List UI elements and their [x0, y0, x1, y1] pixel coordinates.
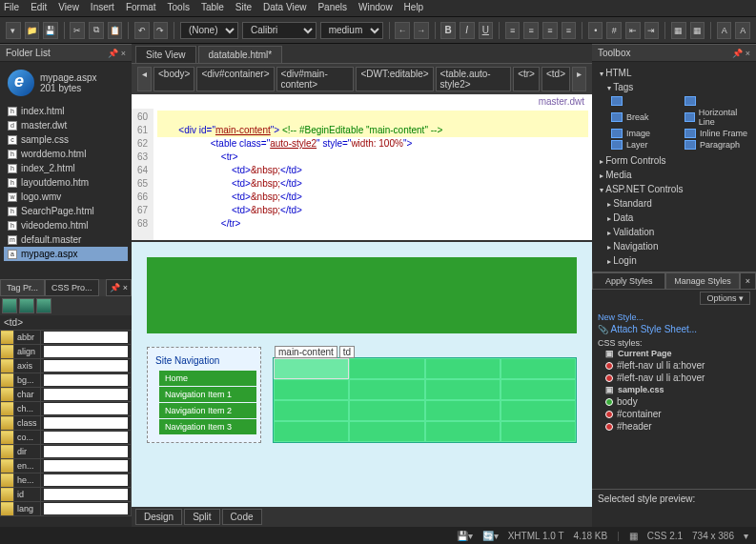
view-code-button[interactable]: Code [222, 509, 262, 525]
section-sample-css[interactable]: sample.css [598, 384, 750, 395]
prop-input[interactable] [44, 446, 128, 457]
underline-button[interactable]: U [479, 22, 494, 39]
toolbox-cat-login[interactable]: Login [607, 253, 748, 268]
css-rule[interactable]: body [598, 395, 750, 408]
nav-item[interactable]: Navigation Item 3 [159, 419, 256, 434]
table-cell[interactable] [274, 379, 349, 400]
cut-button[interactable]: ✂ [70, 22, 85, 39]
table-cell[interactable] [349, 421, 424, 442]
toolbox-item[interactable]: Layer [611, 140, 675, 150]
toolbox-cat-form[interactable]: Form Controls [600, 153, 748, 168]
menu-help[interactable]: Help [404, 2, 424, 14]
toolbox-cat-standard[interactable]: Standard [607, 196, 748, 211]
align-left-button[interactable]: ≡ [505, 22, 521, 39]
toolbox-cat-html[interactable]: HTML [600, 66, 748, 80]
indent-button[interactable]: ⇥ [644, 22, 660, 39]
table-cell[interactable] [274, 358, 349, 379]
table-cell[interactable] [501, 358, 576, 379]
code-editor[interactable]: 606162636465666768 <div id="main-content… [132, 109, 592, 242]
prop-input[interactable] [44, 460, 128, 472]
file-item[interactable]: wlogo.wmv [4, 190, 128, 204]
table-cell[interactable] [274, 421, 349, 442]
prop-input[interactable] [44, 332, 128, 343]
menu-window[interactable]: Window [358, 2, 393, 14]
menu-site[interactable]: Site [235, 2, 252, 14]
menu-panels[interactable]: Panels [317, 2, 347, 14]
table-cell[interactable] [349, 358, 424, 379]
property-grid[interactable]: abbralignaxisbg...charch...classco...dir… [0, 330, 132, 516]
crumb-table[interactable]: <table.auto-style2> [436, 67, 512, 91]
prop-input[interactable] [44, 403, 128, 414]
data-table[interactable] [273, 357, 577, 443]
css-rule[interactable]: #header [598, 420, 750, 433]
toolbox-item[interactable]: Inline Frame [684, 129, 748, 138]
toolbox-cat-tags[interactable]: Tags [607, 80, 748, 94]
crumb-container[interactable]: <div#container> [196, 67, 274, 91]
page-header-region[interactable] [147, 257, 577, 333]
font-size-select[interactable]: medium [320, 22, 383, 39]
refresh-icon[interactable]: 🔄▾ [482, 531, 499, 541]
css-rule[interactable]: #left-nav ul li a:hover [598, 359, 750, 372]
view-design-button[interactable]: Design [135, 509, 182, 525]
menu-table[interactable]: Table [201, 2, 224, 14]
font-family-select[interactable]: Calibri [242, 22, 317, 39]
css-rule[interactable]: #left-nav ul li a:hover [598, 372, 750, 384]
nav-item[interactable]: Navigation Item 1 [159, 387, 256, 402]
menu-insert[interactable]: Insert [91, 2, 114, 14]
align-right-button[interactable]: ≡ [542, 22, 558, 39]
tab-document[interactable]: datatable.html* [198, 46, 283, 63]
menu-view[interactable]: View [58, 2, 79, 14]
prop-input[interactable] [44, 474, 128, 486]
file-item[interactable]: dmaster.dwt [4, 118, 128, 132]
menu-edit[interactable]: Edit [31, 2, 47, 14]
save-button[interactable]: 💾 [43, 22, 58, 39]
numbering-button[interactable]: # [606, 22, 622, 39]
sort-az-button[interactable] [2, 298, 17, 313]
table-cell[interactable] [501, 400, 576, 421]
options-button[interactable]: Options ▾ [700, 292, 750, 305]
table-cell[interactable] [274, 400, 349, 421]
prop-input[interactable] [44, 489, 128, 500]
table-cell[interactable] [425, 421, 501, 442]
font-color-button[interactable]: A [717, 22, 732, 39]
table-cell[interactable] [425, 379, 501, 400]
toolbox-item[interactable]: Break [611, 108, 675, 127]
menu-format[interactable]: Format [126, 2, 156, 14]
file-item[interactable]: hindex.html [4, 104, 128, 118]
undo-button[interactable]: ↶ [134, 22, 150, 39]
toolbox-item[interactable]: Image [611, 129, 675, 138]
tab-tag-properties[interactable]: Tag Pr... [0, 279, 45, 296]
pin-icon[interactable]: 📌 × [108, 49, 126, 58]
sort-cat-button[interactable] [19, 298, 34, 313]
table-cell[interactable] [349, 379, 424, 400]
table-button[interactable]: ▦ [690, 22, 705, 39]
toolbox-cat-media[interactable]: Media [600, 168, 748, 182]
file-item[interactable]: hvideodemo.html [4, 218, 128, 232]
file-item[interactable]: hworddemo.html [4, 147, 128, 161]
prop-input[interactable] [44, 346, 128, 357]
breadcrumb-next[interactable]: ▸ [572, 67, 586, 91]
forward-button[interactable]: → [414, 22, 429, 39]
prop-input[interactable] [44, 503, 128, 514]
attach-stylesheet-link[interactable]: 📎 Attach Style Sheet... [598, 324, 750, 334]
redo-button[interactable]: ↷ [153, 22, 169, 39]
file-item[interactable]: hlayoutdemo.htm [4, 175, 128, 190]
highlight-button[interactable]: A [735, 22, 750, 39]
design-view[interactable]: Site Navigation HomeNavigation Item 1Nav… [132, 242, 592, 507]
toolbox-item[interactable] [611, 96, 675, 106]
view-split-button[interactable]: Split [184, 509, 219, 525]
css-rule[interactable]: #container [598, 408, 750, 420]
prop-input[interactable] [44, 360, 128, 372]
table-cell[interactable] [425, 358, 501, 379]
nav-item[interactable]: Home [159, 371, 256, 386]
toolbox-item[interactable]: Horizontal Line [684, 108, 748, 127]
save-icon[interactable]: 💾▾ [457, 531, 473, 541]
menu-tools[interactable]: Tools [168, 2, 190, 14]
file-item[interactable]: csample.css [4, 132, 128, 147]
toolbox-item[interactable] [684, 96, 748, 106]
justify-button[interactable]: ≡ [562, 22, 577, 39]
back-button[interactable]: ← [395, 22, 410, 39]
table-cell[interactable] [349, 400, 424, 421]
outdent-button[interactable]: ⇤ [625, 22, 641, 39]
crumb-main-content[interactable]: <div#main-content> [276, 67, 355, 91]
